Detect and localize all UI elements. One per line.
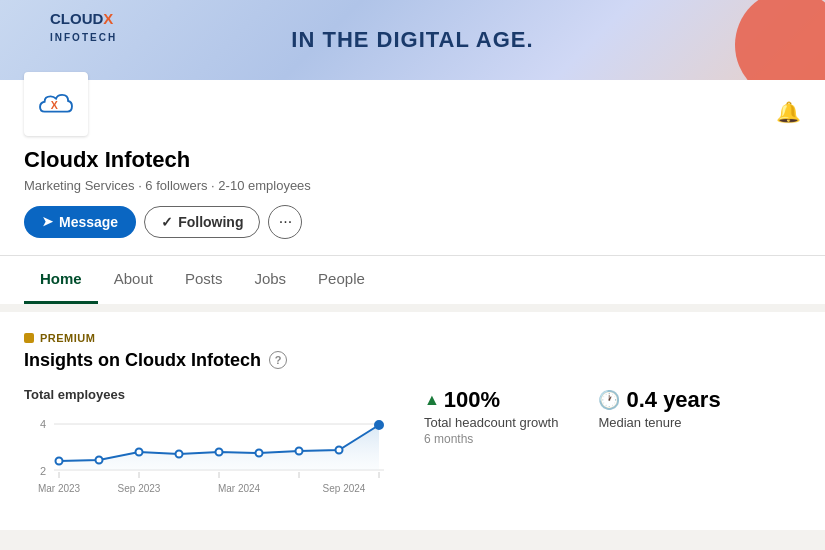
svg-point-10	[216, 448, 223, 455]
logo-svg: X	[37, 90, 75, 118]
insights-card: PREMIUM Insights on Cloudx Infotech ? To…	[0, 312, 825, 530]
tab-people[interactable]: People	[302, 256, 381, 304]
send-icon: ➤	[42, 214, 53, 229]
notification-bell-button[interactable]: 🔔	[776, 100, 801, 124]
growth-stat: ▲ 100% Total headcount growth 6 months	[424, 387, 558, 446]
svg-text:Mar 2023: Mar 2023	[38, 483, 81, 494]
growth-percent: 100%	[444, 387, 500, 413]
profile-card: X 🔔 Cloudx Infotech Marketing Services ·…	[0, 80, 825, 304]
banner-tagline: IN THE DIGITAL AGE.	[291, 27, 533, 53]
insights-title-text: Insights on Cloudx Infotech	[24, 350, 261, 371]
checkmark-icon: ✓	[161, 214, 173, 230]
premium-dot-icon	[24, 333, 34, 343]
message-button[interactable]: ➤ Message	[24, 206, 136, 238]
growth-description: Total headcount growth	[424, 415, 558, 430]
stats-area: ▲ 100% Total headcount growth 6 months 🕐…	[394, 387, 801, 446]
company-meta: Marketing Services · 6 followers · 2-10 …	[24, 178, 801, 193]
action-buttons: ➤ Message ✓ Following ···	[0, 205, 825, 255]
insights-content: Total employees 4 2	[24, 387, 801, 510]
company-logo: X	[24, 72, 88, 136]
following-label: Following	[178, 214, 243, 230]
banner-decoration	[735, 0, 825, 80]
clock-icon: 🕐	[598, 389, 620, 411]
tab-about[interactable]: About	[98, 256, 169, 304]
profile-header: X 🔔	[0, 80, 825, 136]
tenure-description: Median tenure	[598, 415, 720, 430]
nav-tabs: Home About Posts Jobs People	[0, 255, 825, 304]
company-name: Cloudx Infotech	[24, 146, 801, 175]
svg-text:4: 4	[40, 418, 46, 430]
following-button[interactable]: ✓ Following	[144, 206, 260, 238]
chart-wrapper: 4 2	[24, 410, 394, 510]
chart-label: Total employees	[24, 387, 394, 402]
tab-home[interactable]: Home	[24, 256, 98, 304]
profile-info: Cloudx Infotech Marketing Services · 6 f…	[0, 136, 825, 193]
premium-label: PREMIUM	[40, 332, 95, 344]
ellipsis-icon: ···	[279, 213, 292, 231]
banner-logo: CLOUDXINFOTECH	[50, 10, 117, 44]
svg-point-6	[56, 457, 63, 464]
tab-posts[interactable]: Posts	[169, 256, 239, 304]
arrow-up-icon: ▲	[424, 391, 440, 409]
chart-area: Total employees 4 2	[24, 387, 394, 510]
svg-text:Sep 2024: Sep 2024	[323, 483, 366, 494]
svg-point-9	[176, 450, 183, 457]
banner-brand-text: CLOUDXINFOTECH	[50, 10, 117, 44]
growth-period: 6 months	[424, 432, 558, 446]
svg-text:Mar 2024: Mar 2024	[218, 483, 261, 494]
page-wrapper: CLOUDXINFOTECH IN THE DIGITAL AGE. X 🔔 C…	[0, 0, 825, 530]
employees-chart: 4 2	[24, 410, 394, 510]
growth-value: ▲ 100%	[424, 387, 558, 413]
more-options-button[interactable]: ···	[268, 205, 302, 239]
svg-point-12	[296, 447, 303, 454]
svg-point-14	[375, 421, 383, 429]
svg-text:Sep 2023: Sep 2023	[118, 483, 161, 494]
company-banner: CLOUDXINFOTECH IN THE DIGITAL AGE.	[0, 0, 825, 80]
svg-point-8	[136, 448, 143, 455]
svg-point-13	[336, 446, 343, 453]
tenure-value: 🕐 0.4 years	[598, 387, 720, 413]
message-label: Message	[59, 214, 118, 230]
tenure-stat: 🕐 0.4 years Median tenure	[598, 387, 720, 430]
svg-text:2: 2	[40, 465, 46, 477]
tenure-years: 0.4 years	[626, 387, 720, 413]
tab-jobs[interactable]: Jobs	[238, 256, 302, 304]
insights-title: Insights on Cloudx Infotech ?	[24, 350, 801, 371]
info-icon[interactable]: ?	[269, 351, 287, 369]
svg-text:X: X	[51, 99, 58, 111]
svg-point-11	[256, 449, 263, 456]
premium-badge: PREMIUM	[24, 332, 801, 344]
svg-point-7	[96, 456, 103, 463]
